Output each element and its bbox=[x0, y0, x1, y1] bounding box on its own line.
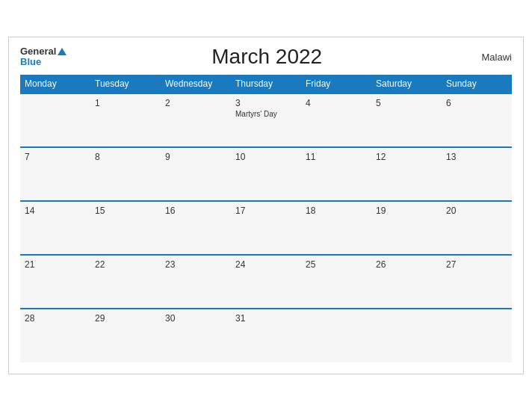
calendar-week-row: 21222324252627 bbox=[20, 255, 512, 309]
calendar-day-cell: 2 bbox=[161, 93, 231, 147]
day-number: 27 bbox=[446, 259, 507, 270]
logo-general: General bbox=[20, 46, 56, 57]
weekday-header: Thursday bbox=[231, 75, 301, 93]
day-number: 2 bbox=[165, 98, 226, 108]
calendar-day-cell: 12 bbox=[371, 147, 442, 201]
calendar-day-cell: 6 bbox=[442, 93, 512, 147]
calendar-day-cell: 19 bbox=[371, 201, 442, 255]
calendar-day-cell: 28 bbox=[20, 309, 90, 362]
day-event: Martyrs' Day bbox=[235, 110, 297, 118]
day-number: 8 bbox=[95, 152, 156, 162]
calendar-day-cell: 27 bbox=[442, 255, 512, 309]
day-number: 7 bbox=[25, 152, 86, 162]
calendar-day-cell: 25 bbox=[301, 255, 371, 309]
day-number: 4 bbox=[306, 98, 367, 108]
calendar-day-cell: 4 bbox=[301, 93, 371, 147]
day-number: 31 bbox=[235, 313, 297, 324]
weekday-header: Monday bbox=[20, 75, 90, 93]
weekday-header: Tuesday bbox=[90, 75, 161, 93]
calendar-day-cell: 31 bbox=[231, 309, 301, 362]
day-number: 9 bbox=[165, 152, 226, 162]
calendar-weekday-header: MondayTuesdayWednesdayThursdayFridaySatu… bbox=[20, 75, 512, 93]
calendar-week-row: 28293031 bbox=[20, 309, 512, 362]
day-number: 5 bbox=[376, 98, 437, 108]
calendar-day-cell: 29 bbox=[90, 309, 161, 362]
day-number: 17 bbox=[235, 206, 297, 216]
calendar-body: 123Martyrs' Day4567891011121314151617181… bbox=[20, 93, 512, 362]
calendar-day-cell bbox=[442, 309, 512, 362]
day-number: 26 bbox=[376, 259, 437, 270]
calendar-day-cell: 26 bbox=[371, 255, 442, 309]
day-number: 11 bbox=[306, 152, 367, 162]
calendar-day-cell: 21 bbox=[20, 255, 90, 309]
calendar-day-cell: 22 bbox=[90, 255, 161, 309]
calendar-week-row: 14151617181920 bbox=[20, 201, 512, 255]
logo-area: General Blue bbox=[20, 46, 66, 68]
calendar-day-cell: 5 bbox=[371, 93, 442, 147]
calendar-day-cell: 9 bbox=[161, 147, 231, 201]
calendar-container: General Blue March 2022 Malawi MondayTue… bbox=[8, 37, 524, 374]
day-number: 1 bbox=[95, 98, 156, 108]
calendar-day-cell: 30 bbox=[161, 309, 231, 362]
day-number: 23 bbox=[165, 259, 226, 270]
day-number: 21 bbox=[25, 259, 86, 270]
day-number: 3 bbox=[235, 98, 297, 108]
calendar-day-cell: 16 bbox=[161, 201, 231, 255]
calendar-week-row: 123Martyrs' Day456 bbox=[20, 93, 512, 147]
day-number: 20 bbox=[446, 206, 507, 216]
day-number: 15 bbox=[95, 206, 156, 216]
calendar-grid: MondayTuesdayWednesdayThursdayFridaySatu… bbox=[20, 75, 512, 362]
weekday-header: Saturday bbox=[371, 75, 442, 93]
calendar-day-cell: 23 bbox=[161, 255, 231, 309]
calendar-day-cell: 24 bbox=[231, 255, 301, 309]
day-number: 28 bbox=[25, 313, 86, 324]
calendar-day-cell: 15 bbox=[90, 201, 161, 255]
calendar-day-cell bbox=[20, 93, 90, 147]
calendar-day-cell: 3Martyrs' Day bbox=[231, 93, 301, 147]
calendar-header: General Blue March 2022 Malawi bbox=[20, 45, 512, 69]
calendar-day-cell: 10 bbox=[231, 147, 301, 201]
day-number: 13 bbox=[446, 152, 507, 162]
day-number: 6 bbox=[446, 98, 507, 108]
day-number: 16 bbox=[165, 206, 226, 216]
logo-blue: Blue bbox=[20, 57, 41, 67]
day-number: 18 bbox=[306, 206, 367, 216]
calendar-day-cell: 1 bbox=[90, 93, 161, 147]
day-number: 12 bbox=[376, 152, 437, 162]
day-number: 19 bbox=[376, 206, 437, 216]
calendar-day-cell: 8 bbox=[90, 147, 161, 201]
day-number: 30 bbox=[165, 313, 226, 324]
day-number: 14 bbox=[25, 206, 86, 216]
day-number: 24 bbox=[235, 259, 297, 270]
weekday-header: Wednesday bbox=[161, 75, 231, 93]
weekday-header: Sunday bbox=[442, 75, 512, 93]
calendar-day-cell bbox=[371, 309, 442, 362]
weekday-header: Friday bbox=[301, 75, 371, 93]
calendar-day-cell: 20 bbox=[442, 201, 512, 255]
calendar-day-cell: 13 bbox=[442, 147, 512, 201]
day-number: 29 bbox=[95, 313, 156, 324]
calendar-week-row: 78910111213 bbox=[20, 147, 512, 201]
day-number: 22 bbox=[95, 259, 156, 270]
calendar-day-cell: 14 bbox=[20, 201, 90, 255]
calendar-day-cell: 11 bbox=[301, 147, 371, 201]
logo-triangle-icon bbox=[58, 48, 66, 55]
country-label: Malawi bbox=[467, 52, 512, 63]
calendar-day-cell bbox=[301, 309, 371, 362]
calendar-title: March 2022 bbox=[66, 45, 467, 69]
day-number: 10 bbox=[235, 152, 297, 162]
day-number: 25 bbox=[306, 259, 367, 270]
calendar-day-cell: 17 bbox=[231, 201, 301, 255]
calendar-day-cell: 7 bbox=[20, 147, 90, 201]
calendar-day-cell: 18 bbox=[301, 201, 371, 255]
